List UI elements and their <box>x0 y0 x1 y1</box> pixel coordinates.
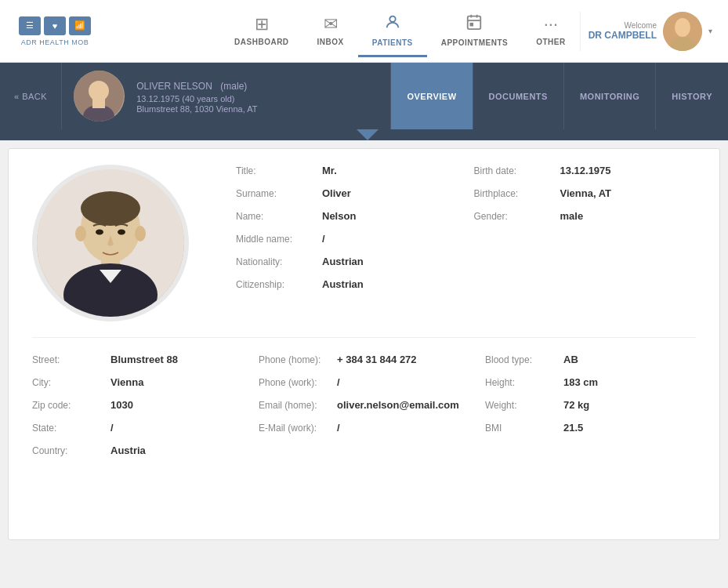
phone-home-value: + 384 31 844 272 <box>337 354 417 365</box>
height-value: 183 cm <box>563 376 598 388</box>
state-label: State: <box>32 423 110 434</box>
dashboard-icon: ⊞ <box>255 14 269 34</box>
svg-rect-5 <box>471 23 473 25</box>
state-value: / <box>110 422 114 434</box>
dashboard-label: DASHBOARD <box>234 38 289 46</box>
tab-monitoring[interactable]: MONITORING <box>563 63 655 129</box>
svg-point-17 <box>75 226 86 241</box>
middle-name-value: / <box>322 233 325 245</box>
gender-label: Gender: <box>474 211 560 222</box>
svg-rect-1 <box>468 16 481 28</box>
medical-weight: Weight: 72 kg <box>485 399 696 411</box>
nationality-value: Austrian <box>322 256 364 267</box>
patient-name: OLIVER NELSON (male) <box>136 78 390 93</box>
nav-item-dashboard[interactable]: ⊞ DASHBOARD <box>220 6 303 56</box>
inbox-icon: ✉ <box>324 14 338 34</box>
middle-name-label: Middle name: <box>236 234 322 245</box>
patient-header: « BACK OLIVER NELSON (male) 13.12.1975 (… <box>0 63 728 129</box>
contact-email-home: Email (home): oliver.nelson@email.com <box>259 399 469 411</box>
nav-triangle-area <box>0 129 728 140</box>
citizenship-value: Austrian <box>322 278 364 290</box>
zip-label: Zip code: <box>32 400 110 411</box>
overview-bottom-section: Street: Blumstreet 88 City: Vienna Zip c… <box>32 338 696 467</box>
svg-point-0 <box>389 16 395 21</box>
contact-street: Street: Blumstreet 88 <box>32 354 243 365</box>
svg-point-24 <box>118 230 125 235</box>
blood-type-value: AB <box>563 354 578 365</box>
gender-value: male <box>560 210 584 222</box>
detail-name: Name: Nelson <box>236 210 443 222</box>
svg-rect-13 <box>92 99 105 108</box>
title-label: Title: <box>236 165 322 176</box>
birthplace-value: Vienna, AT <box>560 187 612 199</box>
tab-overview[interactable]: OVERVIEW <box>390 63 472 129</box>
surname-label: Surname: <box>236 188 322 199</box>
title-value: Mr. <box>322 165 337 176</box>
email-home-label: Email (home): <box>259 400 337 411</box>
detail-birthplace: Birthplace: Vienna, AT <box>474 187 681 199</box>
height-label: Height: <box>485 377 563 388</box>
birth-date-label: Birth date: <box>474 165 560 176</box>
detail-title: Title: Mr. <box>236 165 443 176</box>
detail-gender: Gender: male <box>474 210 681 222</box>
detail-birth-date: Birth date: 13.12.1975 <box>474 165 681 176</box>
svg-point-18 <box>135 226 146 241</box>
country-value: Austria <box>110 445 146 456</box>
tab-documents[interactable]: DOCUMENTS <box>473 63 563 129</box>
phone-work-value: / <box>337 376 340 388</box>
bmi-label: BMI <box>485 423 563 434</box>
logo-text: ADR HEALTH MOB <box>21 38 89 46</box>
tab-history[interactable]: HISTORY <box>655 63 728 129</box>
contact-phone-home: Phone (home): + 384 31 844 272 <box>259 354 469 365</box>
surname-value: Oliver <box>322 187 351 199</box>
weight-label: Weight: <box>485 400 563 411</box>
welcome-area: Welcome DR CAMPBELL ▾ <box>580 12 720 51</box>
main-content: Title: Mr. Surname: Oliver Name: Nelson … <box>8 148 720 540</box>
nav-items: ⊞ DASHBOARD ✉ INBOX PATIENTS APP <box>220 5 580 57</box>
detail-col-right: Birth date: 13.12.1975 Birthplace: Vienn… <box>458 165 697 321</box>
nav-item-patients[interactable]: PATIENTS <box>358 5 427 57</box>
city-label: City: <box>32 377 110 388</box>
patient-tabs: OVERVIEW DOCUMENTS MONITORING HISTORY <box>390 63 728 129</box>
svg-point-9 <box>676 20 689 32</box>
email-home-value: oliver.nelson@email.com <box>337 399 459 411</box>
patients-label: PATIENTS <box>372 38 413 47</box>
detail-nationality: Nationality: Austrian <box>236 256 443 267</box>
back-button[interactable]: « BACK <box>0 63 62 129</box>
weight-value: 72 kg <box>563 399 589 411</box>
logo-icon-menu: ☰ <box>19 16 41 35</box>
svg-point-11 <box>89 81 109 101</box>
phone-group: Phone (home): + 384 31 844 272 Phone (wo… <box>259 354 469 467</box>
phone-home-label: Phone (home): <box>259 354 337 365</box>
chevron-down-icon[interactable]: ▾ <box>708 27 712 35</box>
welcome-text: Welcome <box>589 21 657 30</box>
nationality-label: Nationality: <box>236 256 322 267</box>
contact-country: Country: Austria <box>32 445 243 456</box>
birthplace-label: Birthplace: <box>474 188 560 199</box>
patient-info: OLIVER NELSON (male) 13.12.1975 (40 year… <box>136 78 390 114</box>
logo-icon-wifi: 📶 <box>69 16 91 35</box>
city-value: Vienna <box>110 376 143 388</box>
patient-photo <box>32 165 189 321</box>
nav-item-appointments[interactable]: APPOINTMENTS <box>427 5 522 57</box>
overview-top-section: Title: Mr. Surname: Oliver Name: Nelson … <box>32 165 696 338</box>
detail-col-left: Title: Mr. Surname: Oliver Name: Nelson … <box>220 165 458 321</box>
top-navbar: ☰ ♥ 📶 ADR HEALTH MOB ⊞ DASHBOARD ✉ INBOX… <box>0 0 728 63</box>
nav-item-inbox[interactable]: ✉ INBOX <box>303 6 358 56</box>
other-icon: ··· <box>544 14 558 34</box>
medical-bmi: BMI 21.5 <box>485 422 696 434</box>
blood-type-label: Blood type: <box>485 354 563 365</box>
bmi-value: 21.5 <box>563 422 583 434</box>
address-group: Street: Blumstreet 88 City: Vienna Zip c… <box>32 354 243 467</box>
logo-icon-heart: ♥ <box>44 16 66 35</box>
email-work-value: / <box>337 422 340 434</box>
contact-email-work: E-Mail (work): / <box>259 422 469 434</box>
nav-item-other[interactable]: ··· OTHER <box>522 6 580 56</box>
street-label: Street: <box>32 354 110 365</box>
name-label: Name: <box>236 211 322 222</box>
birth-date-value: 13.12.1975 <box>560 165 611 176</box>
contact-city: City: Vienna <box>32 376 243 388</box>
contact-zip: Zip code: 1030 <box>32 399 243 411</box>
email-work-label: E-Mail (work): <box>259 423 337 434</box>
zip-value: 1030 <box>110 399 133 411</box>
